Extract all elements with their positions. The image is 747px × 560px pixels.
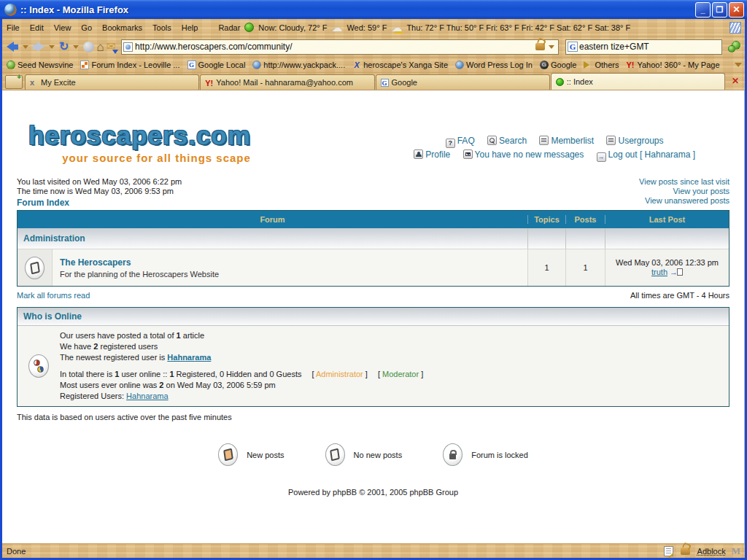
- view-your-posts-link[interactable]: View your posts: [639, 187, 729, 196]
- weather-forecast[interactable]: Thu: 72° F Thu: 50° F Fri: 63° F Fri: 42…: [406, 23, 630, 32]
- status-text: Done: [7, 547, 664, 556]
- site-logo[interactable]: heroscapers.com your source for all thin…: [28, 121, 251, 164]
- close-tab-button[interactable]: ✕: [729, 75, 742, 88]
- address-bar[interactable]: [121, 39, 559, 55]
- timezone-note: All times are GMT - 4 Hours: [630, 291, 729, 300]
- faq-icon: ?: [446, 139, 455, 148]
- search-bar[interactable]: G: [565, 39, 722, 55]
- logo-title: heroscapers.com: [28, 121, 251, 150]
- menu-go[interactable]: Go: [81, 23, 92, 32]
- new-posts-icon: [218, 443, 238, 466]
- view-posts-since-link[interactable]: View posts since last visit: [639, 177, 729, 187]
- extension-m-icon[interactable]: M: [732, 545, 740, 557]
- menu-file[interactable]: File: [7, 23, 20, 32]
- header-last-post: Last Post: [605, 215, 729, 224]
- tab-my-excite[interactable]: xMy Excite: [25, 74, 199, 90]
- radar-status-icon: [244, 23, 254, 32]
- forum-name-link[interactable]: The Heroscapers: [60, 257, 131, 268]
- menu-view[interactable]: View: [54, 23, 71, 32]
- topics-count: 1: [527, 249, 565, 286]
- faq-link[interactable]: ?FAQ: [446, 136, 475, 146]
- weather-radar-label[interactable]: Radar: [218, 23, 240, 32]
- last-post-date: Wed May 03, 2006 12:33 pm: [616, 258, 719, 268]
- restore-button[interactable]: ❐: [712, 2, 727, 18]
- gears-extension-icon[interactable]: [727, 41, 740, 52]
- minimize-button[interactable]: _: [695, 2, 711, 18]
- menu-tools[interactable]: Tools: [152, 23, 171, 32]
- reload-dropdown[interactable]: [73, 45, 79, 49]
- tab-yahoo-mail[interactable]: Y!Yahoo! Mail - hahnarama@yahoo.com: [200, 74, 374, 90]
- bookmark-xanga[interactable]: Xheroscape's Xanga Site: [352, 61, 448, 69]
- index-favicon: [556, 78, 564, 86]
- bookmark-yahoo-360[interactable]: Y!Yahoo! 360° - My Page: [626, 61, 719, 69]
- back-button[interactable]: [7, 42, 18, 52]
- who-is-online-body: Our users have posted a total of 1 artic…: [18, 326, 729, 406]
- mail-button[interactable]: ✉: [107, 41, 116, 52]
- new-tab-button[interactable]: [5, 75, 23, 89]
- forum-description: For the planning of the Heroscapers Webs…: [60, 270, 219, 279]
- bookmark-forum-index-leoville[interactable]: Forum Index - Leoville ...: [80, 61, 179, 69]
- security-padlock-icon[interactable]: [681, 548, 690, 555]
- last-post-user-link[interactable]: truth: [651, 268, 667, 276]
- weather-toolbar[interactable]: Radar Now: Cloudy, 72° F ☁ Wed: 59° F ☁ …: [218, 21, 630, 34]
- stop-button[interactable]: [83, 42, 94, 52]
- window-title: :: Index - Mozilla Firefox: [20, 4, 695, 15]
- profile-link[interactable]: Profile: [414, 149, 450, 160]
- logout-link[interactable]: Log out [ Hahnarama ]: [597, 149, 695, 160]
- google-tab-icon: G: [381, 79, 389, 87]
- forward-button[interactable]: [33, 42, 44, 52]
- tab-index-active[interactable]: :: Index: [551, 73, 725, 90]
- url-input[interactable]: [135, 42, 534, 52]
- bookmarks-overflow-chevron[interactable]: [735, 63, 742, 67]
- reload-button[interactable]: ↻: [59, 41, 69, 52]
- bookmark-yackpack[interactable]: http://www.yackpack....: [252, 61, 345, 69]
- view-unanswered-link[interactable]: View unanswered posts: [639, 196, 729, 206]
- home-button[interactable]: ⌂: [96, 41, 104, 53]
- header-forum: Forum: [18, 215, 527, 224]
- bookmark-google-local[interactable]: GGoogle Local: [187, 61, 246, 69]
- newest-user-link[interactable]: Hahnarama: [167, 353, 211, 362]
- forward-dropdown[interactable]: [49, 45, 55, 49]
- usergroups-link[interactable]: Usergroups: [606, 136, 663, 146]
- registered-users-line: We have 2 registered users: [60, 341, 729, 352]
- usergroups-icon: [606, 136, 616, 145]
- logo-tagline: your source for all things scape: [28, 152, 251, 164]
- forum-status-icon-cell: [18, 249, 53, 286]
- mark-all-read-link[interactable]: Mark all forums read: [17, 291, 90, 300]
- registered-user-link[interactable]: Hahnarama: [126, 392, 168, 400]
- google-local-icon: G: [187, 61, 196, 69]
- who-is-online-title: Who is Online: [18, 308, 729, 326]
- forum-info-cell: The Heroscapers For the planning of the …: [53, 249, 527, 286]
- weather-now[interactable]: Now: Cloudy, 72° F: [258, 23, 327, 32]
- weather-wed[interactable]: Wed: 59° F: [347, 23, 387, 32]
- moderator-legend-link[interactable]: Moderator: [382, 370, 419, 378]
- menu-edit[interactable]: Edit: [30, 23, 44, 32]
- menu-bar: File Edit View Go Bookmarks Tools Help R…: [2, 19, 745, 36]
- search-link[interactable]: Search: [487, 136, 527, 146]
- tab-google[interactable]: GGoogle: [376, 74, 550, 90]
- menu-help[interactable]: Help: [182, 23, 198, 32]
- category-administration-link[interactable]: Administration: [18, 233, 527, 244]
- page-content: heroscapers.com your source for all thin…: [2, 90, 745, 543]
- storm-cloud-icon: ☁: [391, 21, 402, 34]
- bookmarks-toolbar: Seed Newsvine Forum Index - Leoville ...…: [2, 58, 745, 73]
- goto-last-post-icon[interactable]: →: [670, 268, 683, 277]
- close-button[interactable]: ✕: [729, 2, 744, 18]
- forum-legend: New posts No new posts Forum is locked: [2, 443, 744, 466]
- back-dropdown[interactable]: [23, 45, 28, 49]
- adblock-button[interactable]: Adblock: [697, 547, 726, 556]
- legend-no-new-posts: No new posts: [325, 443, 403, 466]
- bookmark-wordpress[interactable]: Word Press Log In: [455, 61, 533, 69]
- bookmark-others-folder[interactable]: Others: [584, 61, 619, 69]
- menu-bookmarks[interactable]: Bookmarks: [102, 23, 142, 32]
- notes-icon[interactable]: [664, 546, 673, 556]
- bookmark-seed-newsvine[interactable]: Seed Newsvine: [7, 61, 73, 69]
- administrator-legend-link[interactable]: Administrator: [316, 370, 363, 378]
- messages-link[interactable]: You have no new messages: [463, 149, 584, 160]
- messages-icon: [463, 149, 473, 159]
- bookmark-google[interactable]: GGoogle: [540, 61, 576, 69]
- header-topics: Topics: [527, 215, 565, 224]
- search-input[interactable]: [579, 42, 720, 52]
- addressbar-dropdown[interactable]: [549, 45, 554, 49]
- memberlist-link[interactable]: Memberlist: [539, 136, 594, 146]
